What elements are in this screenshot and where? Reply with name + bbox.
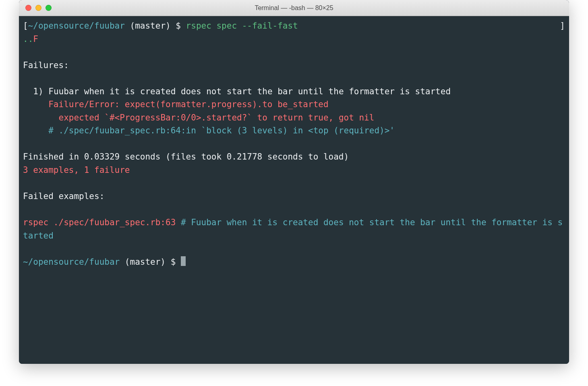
traffic-lights — [19, 5, 52, 11]
failure-index: 1) — [23, 87, 48, 96]
bracket-close: ] — [560, 19, 565, 33]
terminal-output[interactable]: [~/opensource/fuubar (master) $ rspec sp… — [19, 16, 569, 364]
spec-pass-dots: .. — [23, 34, 33, 44]
prompt-path: ~/opensource/fuubar — [28, 21, 125, 31]
minimize-icon[interactable] — [35, 5, 41, 11]
prompt-dollar: $ — [171, 21, 186, 31]
failed-example-cmd: rspec ./spec/fuubar_spec.rb:63 — [23, 218, 176, 227]
prompt2-dollar: $ — [166, 257, 181, 267]
titlebar[interactable]: Terminal — -bash — 80×25 — [19, 0, 569, 16]
failure-error-line: Failure/Error: expect(formatter.progress… — [23, 100, 329, 109]
failure-description: Fuubar when it is created does not start… — [48, 87, 451, 96]
failed-examples-heading: Failed examples: — [23, 191, 104, 201]
zoom-icon[interactable] — [46, 5, 52, 11]
prompt2-branch: (master) — [120, 257, 166, 267]
spec-fail-letter: F — [33, 34, 38, 44]
command-text: rspec spec --fail-fast — [186, 21, 298, 31]
bracket-open: [ — [23, 21, 28, 31]
summary-counts: 3 examples, 1 failure — [23, 165, 130, 175]
failure-trace-line: # ./spec/fuubar_spec.rb:64:in `block (3 … — [23, 126, 395, 135]
terminal-window: Terminal — -bash — 80×25 [~/opensource/f… — [19, 0, 569, 364]
summary-timing: Finished in 0.03329 seconds (files took … — [23, 152, 349, 162]
window-title: Terminal — -bash — 80×25 — [19, 4, 569, 12]
close-icon[interactable] — [25, 5, 31, 11]
prompt-branch: (master) — [125, 21, 171, 31]
failure-expected-line: expected `#<ProgressBar:0/0>.started?` t… — [23, 113, 374, 122]
cursor-block-icon — [181, 256, 186, 266]
failures-heading: Failures: — [23, 60, 69, 70]
prompt2-path: ~/opensource/fuubar — [23, 257, 120, 267]
